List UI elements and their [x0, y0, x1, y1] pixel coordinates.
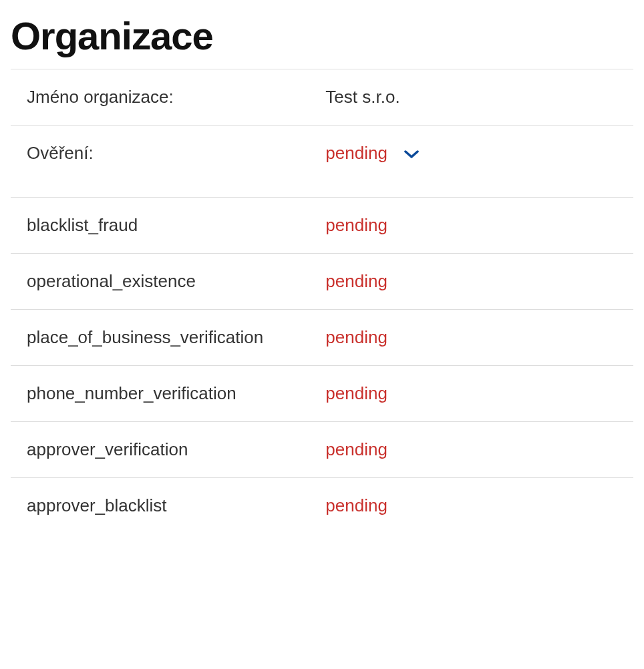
chevron-down-icon: [404, 143, 419, 163]
value-org-name: Test s.r.o.: [309, 69, 633, 126]
check-value: pending: [309, 253, 633, 309]
check-value: pending: [309, 477, 633, 533]
org-table: Jméno organizace: Test s.r.o. Ověření: p…: [11, 69, 633, 533]
check-value: pending: [309, 421, 633, 477]
check-label: approver_verification: [11, 421, 309, 477]
row-check: approver_verification pending: [11, 421, 633, 477]
check-label: phone_number_verification: [11, 365, 309, 421]
row-check: blacklist_fraud pending: [11, 197, 633, 253]
row-check: place_of_business_verification pending: [11, 309, 633, 365]
check-label: blacklist_fraud: [11, 197, 309, 253]
row-check: phone_number_verification pending: [11, 365, 633, 421]
row-overeni: Ověření: pending: [11, 126, 633, 198]
check-value: pending: [309, 309, 633, 365]
check-label: place_of_business_verification: [11, 309, 309, 365]
page-title: Organizace: [11, 0, 633, 69]
row-check: operational_existence pending: [11, 253, 633, 309]
row-org-name: Jméno organizace: Test s.r.o.: [11, 69, 633, 126]
row-check: approver_blacklist pending: [11, 477, 633, 533]
check-label: operational_existence: [11, 253, 309, 309]
check-label: approver_blacklist: [11, 477, 309, 533]
check-value: pending: [309, 197, 633, 253]
expand-toggle[interactable]: [404, 143, 419, 164]
label-org-name: Jméno organizace:: [11, 69, 309, 126]
value-overeni: pending: [325, 143, 387, 163]
check-value: pending: [309, 365, 633, 421]
value-overeni-cell: pending: [309, 126, 633, 198]
label-overeni: Ověření:: [11, 126, 309, 198]
